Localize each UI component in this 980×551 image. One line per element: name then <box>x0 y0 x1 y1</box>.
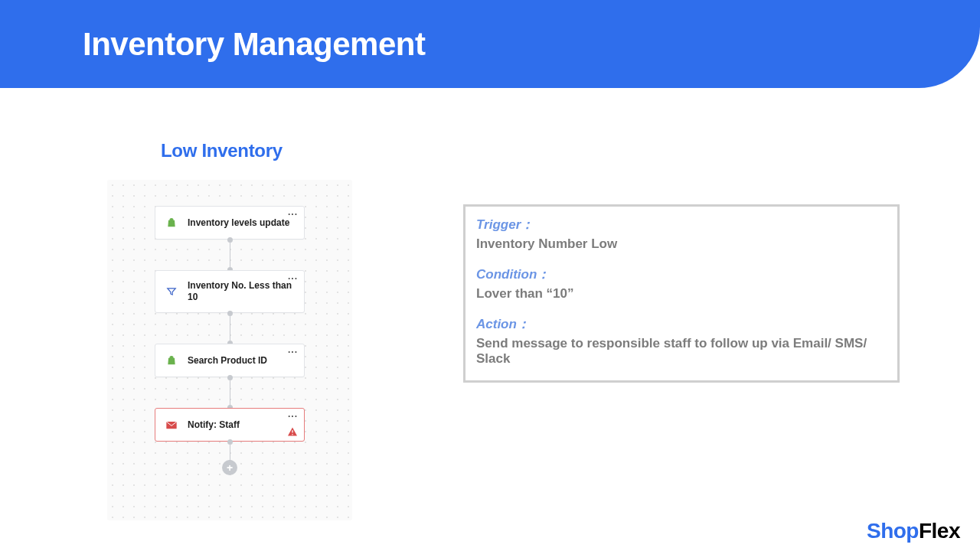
workflow-node-label: Inventory levels update <box>188 217 289 229</box>
workflow-description-panel: Trigger： Inventory Number Low Condition：… <box>463 204 900 383</box>
desc-condition-row: Condition： Lover than “10” <box>476 266 887 302</box>
shop-bag-icon <box>165 354 178 367</box>
connector-line <box>230 377 230 408</box>
connector-line <box>230 313 230 344</box>
node-more-button[interactable]: ··· <box>288 274 298 283</box>
content-area: Low Inventory Inventory levels update ··… <box>0 88 980 551</box>
workflow-node-label: Inventory No. Less than 10 <box>188 280 295 303</box>
desc-trigger-row: Trigger： Inventory Number Low <box>476 216 887 252</box>
brand-part1: Shop <box>867 519 919 543</box>
page-header: Inventory Management <box>0 0 980 88</box>
desc-condition-label: Condition： <box>476 266 887 283</box>
desc-action-label: Action： <box>476 315 887 333</box>
brand-logo: ShopFlex <box>867 519 960 543</box>
desc-trigger-text: Inventory Number Low <box>476 236 887 252</box>
workflow-inner: Inventory levels update ··· Inventory No… <box>107 180 352 520</box>
mail-icon <box>165 418 178 432</box>
desc-action-row: Action： Send message to responsible staf… <box>476 315 887 367</box>
node-more-button[interactable]: ··· <box>288 412 298 421</box>
desc-trigger-label: Trigger： <box>476 216 887 233</box>
connector-line <box>230 240 230 270</box>
node-more-button[interactable]: ··· <box>288 347 298 357</box>
workflow-node-action[interactable]: Notify: Staff ··· <box>155 408 305 442</box>
workflow-node-label: Notify: Staff <box>188 419 240 431</box>
desc-condition-text: Lover than “10” <box>476 286 887 302</box>
warning-icon <box>287 427 298 436</box>
node-more-button[interactable]: ··· <box>288 210 298 219</box>
connector-line <box>230 442 230 463</box>
shop-bag-icon <box>165 216 178 230</box>
workflow-node-label: Search Product ID <box>188 355 267 367</box>
desc-action-text: Send message to responsible staff to fol… <box>476 336 887 367</box>
workflow-node-trigger[interactable]: Inventory levels update ··· <box>155 206 305 240</box>
section-title: Low Inventory <box>161 140 283 161</box>
workflow-node-condition[interactable]: Inventory No. Less than 10 ··· <box>155 270 305 313</box>
workflow-canvas[interactable]: Inventory levels update ··· Inventory No… <box>107 180 352 520</box>
brand-part2: Flex <box>919 519 960 543</box>
workflow-node-lookup[interactable]: Search Product ID ··· <box>155 344 305 377</box>
filter-icon <box>165 285 178 298</box>
page-title: Inventory Management <box>83 26 425 63</box>
